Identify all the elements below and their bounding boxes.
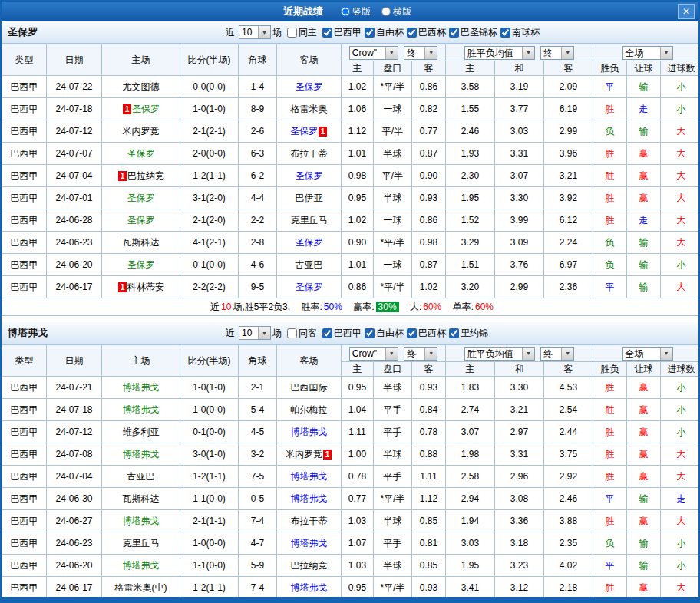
table-row: 巴西甲 24-07-12 米内罗竞 2-1(2-1) 2-6 圣保罗1 1.12… xyxy=(2,120,700,143)
match-date: 24-06-27 xyxy=(47,510,102,532)
competition-filter[interactable]: 巴西杯 xyxy=(407,327,446,340)
score: 1-0(0-0) xyxy=(180,532,239,555)
venue-checkbox-input[interactable] xyxy=(287,28,297,38)
match-count-select[interactable]: 10▼ xyxy=(239,326,271,340)
scope-select[interactable]: 全场▼ xyxy=(622,46,673,60)
odds-away: 0.93 xyxy=(412,577,446,599)
bookmaker-select[interactable]: Crow"▼ xyxy=(349,347,398,361)
odds-final-select[interactable]: 终▼ xyxy=(404,46,438,60)
horizontal-view-radio[interactable] xyxy=(381,7,391,16)
chevron-down-icon: ▼ xyxy=(424,47,437,59)
result-wdl: 负 xyxy=(593,120,627,143)
score: 3-1(2-0) xyxy=(180,187,239,209)
match-date: 24-06-17 xyxy=(47,276,102,298)
venue-checkbox-input[interactable] xyxy=(287,328,297,338)
competition-filter[interactable]: 自由杯 xyxy=(365,327,404,340)
competition-checkbox-input[interactable] xyxy=(365,328,375,338)
away-team: 克里丘马 xyxy=(277,209,342,232)
avg-final-select[interactable]: 终▼ xyxy=(540,46,574,60)
avg-draw-odds: 3.19 xyxy=(495,76,544,98)
result-wdl: 负 xyxy=(593,532,627,555)
avg-away-odds: 6.12 xyxy=(544,209,593,232)
away-team: 圣保罗 xyxy=(277,76,342,98)
avg-final-select[interactable]: 终▼ xyxy=(540,347,574,361)
col-header-type: 类型 xyxy=(2,345,47,377)
competition-checkbox-input[interactable] xyxy=(322,328,332,338)
venue-filter[interactable]: 同主 xyxy=(287,26,317,39)
competition-filter[interactable]: 巴西杯 xyxy=(407,26,446,39)
view-mode-horizontal[interactable]: 横版 xyxy=(381,5,411,18)
score: 1-0(0-0) xyxy=(180,399,239,421)
result-handicap: 走 xyxy=(627,209,661,232)
avg-type-select[interactable]: 胜平负均值▼ xyxy=(464,347,535,361)
competition-checkbox-input[interactable] xyxy=(322,28,332,38)
away-team: 博塔弗戈 xyxy=(277,488,342,510)
competition-filter[interactable]: 巴西甲 xyxy=(322,26,362,39)
result-handicap: 赢 xyxy=(627,143,661,165)
score: 0-1(0-0) xyxy=(180,421,239,443)
table-row: 巴西甲 24-07-07 圣保罗 2-0(0-0) 6-3 布拉干蒂 1.01 … xyxy=(2,143,700,165)
competition-checkbox-input[interactable] xyxy=(407,328,417,338)
chevron-down-icon: ▼ xyxy=(561,348,573,360)
summary-big-value: 60% xyxy=(423,302,441,312)
table-row: 巴西甲 24-07-22 尤文图德 0-0(0-0) 1-4 圣保罗 1.02 … xyxy=(2,76,700,98)
odds-home: 1.02 xyxy=(342,209,374,232)
sub-header-handicap-result: 让球 xyxy=(627,61,661,76)
avg-home-odds: 2.46 xyxy=(446,120,495,143)
avg-draw-odds: 3.30 xyxy=(495,377,544,399)
result-handicap: 赢 xyxy=(627,165,661,187)
result-wdl: 平 xyxy=(593,488,627,510)
competition-filter[interactable]: 里约锦 xyxy=(449,327,488,340)
result-handicap: 输 xyxy=(627,120,661,143)
odds-home: 1.02 xyxy=(342,76,374,98)
team-section: 圣保罗 近 10▼ 场 同主 巴西甲 自由杯 巴西杯 巴圣锦标 南球杯 xyxy=(2,21,698,316)
close-button[interactable]: ✕ xyxy=(678,4,695,19)
sub-header-odds-home: 主 xyxy=(342,362,374,377)
match-date: 24-07-08 xyxy=(47,443,102,466)
match-count-select[interactable]: 10▼ xyxy=(239,25,271,39)
corners: 5-4 xyxy=(239,399,277,421)
scope-select[interactable]: 全场▼ xyxy=(622,347,673,361)
table-row: 巴西甲 24-06-27 博塔弗戈 2-1(1-1) 7-4 布拉干蒂 1.03… xyxy=(2,510,700,532)
competition-filter[interactable]: 自由杯 xyxy=(365,26,404,39)
result-goals: 大 xyxy=(661,276,700,298)
corners: 6-2 xyxy=(239,165,277,187)
competition-label: 巴西甲 xyxy=(334,327,362,340)
away-team: 布拉干蒂 xyxy=(277,510,342,532)
result-wdl: 平 xyxy=(593,76,627,98)
corners: 4-6 xyxy=(239,254,277,276)
avg-type-select[interactable]: 胜平负均值▼ xyxy=(464,46,535,60)
chevron-down-icon: ▼ xyxy=(385,47,398,59)
window-bottom-edge xyxy=(2,597,698,601)
handicap-line: 平手 xyxy=(374,466,412,488)
competition-label: 巴圣锦标 xyxy=(461,26,497,39)
table-row: 巴西甲 24-07-08 博塔弗戈 3-0(1-0) 3-2 米内罗竞1 1.0… xyxy=(2,443,700,466)
odds-home: 0.78 xyxy=(342,466,374,488)
competition-checkbox-input[interactable] xyxy=(365,28,375,38)
competition-checkbox-input[interactable] xyxy=(407,28,417,38)
score: 2-2(2-2) xyxy=(180,276,239,298)
competition-label: 巴西甲 xyxy=(334,26,362,39)
bookmaker-select[interactable]: Crow"▼ xyxy=(349,46,398,60)
odds-away: 1.02 xyxy=(412,276,446,298)
result-handicap: 赢 xyxy=(627,187,661,209)
venue-filter[interactable]: 同客 xyxy=(287,327,317,340)
competition-checkbox-input[interactable] xyxy=(449,28,459,38)
score: 1-1(0-0) xyxy=(180,555,239,577)
competition-checkbox-input[interactable] xyxy=(449,328,459,338)
odds-away: 0.85 xyxy=(412,510,446,532)
sub-header-handicap-result: 让球 xyxy=(627,362,661,377)
result-handicap: 输 xyxy=(627,555,661,577)
result-handicap: 赢 xyxy=(627,399,661,421)
odds-final-select[interactable]: 终▼ xyxy=(404,347,438,361)
competition-filter[interactable]: 巴西甲 xyxy=(322,327,362,340)
competition-checkbox-input[interactable] xyxy=(500,28,510,38)
summary-win-value: 50% xyxy=(324,302,342,312)
odds-home: 1.00 xyxy=(342,443,374,466)
view-mode-vertical[interactable]: 竖版 xyxy=(341,5,371,18)
vertical-view-radio[interactable] xyxy=(341,7,350,16)
competition-filter[interactable]: 巴圣锦标 xyxy=(449,26,497,39)
home-team: 1圣保罗 xyxy=(102,98,180,120)
competition-filter[interactable]: 南球杯 xyxy=(500,26,540,39)
odds-away: 1.11 xyxy=(412,466,446,488)
